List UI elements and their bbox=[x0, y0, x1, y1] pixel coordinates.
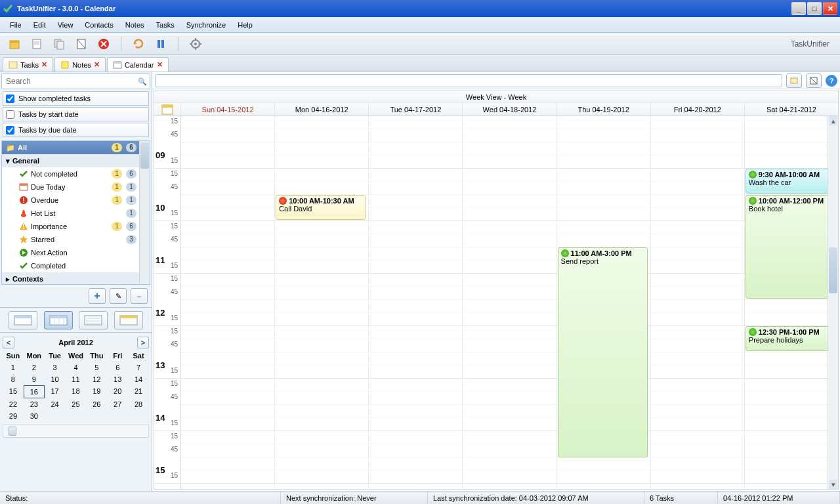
day-header[interactable]: Mon 04-16-2012 bbox=[274, 103, 368, 116]
day-header[interactable]: Sat 04-21-2012 bbox=[744, 103, 838, 116]
day-header[interactable]: Wed 04-18-2012 bbox=[462, 103, 556, 116]
mini-day[interactable]: 23 bbox=[24, 398, 45, 410]
tree-item[interactable]: Due Today 1 1 bbox=[2, 180, 150, 194]
quick-add-button[interactable] bbox=[786, 74, 802, 88]
mini-day[interactable]: 11 bbox=[66, 373, 87, 385]
next-month-button[interactable]: > bbox=[137, 337, 149, 348]
settings-button[interactable] bbox=[186, 35, 205, 53]
day-column[interactable] bbox=[462, 116, 556, 489]
calendar-event[interactable]: 10:00 AM-12:00 PMBook hotel bbox=[746, 195, 835, 299]
tree-scrollbar[interactable] bbox=[139, 141, 150, 284]
search-icon[interactable]: 🔍 bbox=[135, 74, 150, 89]
tab-calendar[interactable]: Calendar ✕ bbox=[107, 57, 169, 72]
search-input[interactable] bbox=[2, 74, 135, 89]
view-week-button[interactable] bbox=[44, 311, 73, 329]
scroll-thumb[interactable] bbox=[829, 247, 837, 293]
delete-filter-button[interactable]: – bbox=[131, 288, 148, 304]
tab-tasks[interactable]: Tasks ✕ bbox=[3, 57, 53, 72]
mini-day[interactable]: 4 bbox=[66, 362, 87, 373]
mini-day[interactable]: 20 bbox=[107, 385, 128, 398]
mini-day[interactable]: 2 bbox=[24, 362, 45, 373]
mini-day[interactable]: 27 bbox=[107, 398, 128, 410]
day-header[interactable]: Sun 04-15-2012 bbox=[180, 103, 274, 116]
mini-day[interactable]: 19 bbox=[86, 385, 107, 398]
tree-item[interactable]: Next Action bbox=[2, 246, 150, 259]
mini-day[interactable]: 1 bbox=[3, 362, 24, 373]
filter-show-completed[interactable]: Show completed tasks bbox=[3, 91, 149, 106]
mini-day[interactable]: 24 bbox=[45, 398, 66, 410]
edit-filter-button[interactable]: ✎ bbox=[110, 288, 127, 304]
scroll-up-icon[interactable]: ▴ bbox=[829, 116, 837, 125]
view-month-button[interactable] bbox=[114, 311, 143, 329]
tree-item[interactable]: Completed bbox=[2, 259, 150, 272]
mini-day[interactable]: 3 bbox=[45, 362, 66, 373]
menu-notes[interactable]: Notes bbox=[119, 18, 150, 32]
menu-tasks[interactable]: Tasks bbox=[150, 18, 180, 32]
menu-synchronize[interactable]: Synchronize bbox=[180, 18, 232, 32]
mini-day[interactable]: 9 bbox=[24, 373, 45, 385]
calendar-event[interactable]: 9:30 AM-10:00 AMWash the car bbox=[746, 169, 835, 194]
add-filter-button[interactable]: + bbox=[89, 288, 106, 304]
copy-button[interactable] bbox=[50, 35, 68, 53]
checkbox[interactable] bbox=[6, 126, 14, 135]
quick-add-input[interactable] bbox=[155, 74, 782, 87]
tab-close-icon[interactable]: ✕ bbox=[41, 60, 47, 69]
minimize-button[interactable]: _ bbox=[791, 2, 806, 15]
day-column[interactable] bbox=[368, 116, 462, 489]
menu-file[interactable]: File bbox=[4, 18, 28, 32]
tree-item[interactable]: Starred 3 bbox=[2, 233, 150, 246]
zoom-slider[interactable] bbox=[3, 425, 149, 438]
mini-day[interactable]: 13 bbox=[107, 373, 128, 385]
day-header[interactable]: Tue 04-17-2012 bbox=[368, 103, 462, 116]
mini-day[interactable]: 25 bbox=[66, 398, 87, 410]
view-list-button[interactable] bbox=[79, 311, 108, 329]
mini-day[interactable]: 30 bbox=[24, 410, 45, 422]
mini-day[interactable]: 17 bbox=[45, 385, 66, 398]
maximize-button[interactable]: □ bbox=[807, 2, 822, 15]
paste-button[interactable] bbox=[72, 35, 91, 53]
mini-day[interactable]: 29 bbox=[3, 410, 24, 422]
mini-day[interactable]: 14 bbox=[128, 373, 149, 385]
help-icon[interactable]: ? bbox=[826, 75, 837, 87]
day-column[interactable] bbox=[274, 116, 368, 489]
scroll-down-icon[interactable]: ▾ bbox=[829, 480, 837, 489]
sync-button[interactable] bbox=[129, 35, 148, 53]
tab-notes[interactable]: Notes ✕ bbox=[54, 57, 106, 72]
calendar-event[interactable]: 12:30 PM-1:00 PMPrepare holidays bbox=[746, 326, 835, 351]
day-column[interactable] bbox=[180, 116, 274, 489]
calendar-body[interactable]: 1545091515451015154511151545121515451315… bbox=[154, 116, 838, 489]
filter-by-start[interactable]: Tasks by start date bbox=[3, 107, 149, 121]
calendar-event[interactable]: 11:00 AM-3:00 PMSend report bbox=[558, 247, 648, 457]
day-column[interactable] bbox=[650, 116, 744, 489]
new-note-button[interactable] bbox=[28, 35, 46, 53]
mini-day[interactable]: 15 bbox=[3, 385, 24, 398]
checkbox[interactable] bbox=[6, 94, 14, 103]
tab-close-icon[interactable]: ✕ bbox=[157, 60, 163, 69]
tree-contexts[interactable]: ▸ Contexts bbox=[2, 272, 150, 285]
calendar-event[interactable]: 10:00 AM-10:30 AMCall David bbox=[276, 195, 366, 220]
close-button[interactable]: ✕ bbox=[823, 2, 837, 15]
menu-contacts[interactable]: Contacts bbox=[79, 18, 119, 32]
day-header[interactable]: Thu 04-19-2012 bbox=[556, 103, 650, 116]
menu-view[interactable]: View bbox=[52, 18, 79, 32]
new-task-button[interactable] bbox=[5, 35, 24, 53]
pause-button[interactable] bbox=[152, 35, 170, 53]
menu-edit[interactable]: Edit bbox=[28, 18, 52, 32]
calendar-scrollbar[interactable]: ▴ ▾ bbox=[828, 116, 838, 489]
view-day-button[interactable] bbox=[9, 311, 37, 329]
day-header[interactable]: Fri 04-20-2012 bbox=[650, 103, 744, 116]
tree-all[interactable]: 📁 All 1 6 bbox=[2, 141, 150, 154]
mini-day[interactable]: 21 bbox=[128, 385, 149, 398]
mini-day[interactable]: 7 bbox=[128, 362, 149, 373]
tree-general[interactable]: ▾ General bbox=[2, 154, 150, 167]
tab-close-icon[interactable]: ✕ bbox=[94, 60, 100, 69]
mini-day[interactable]: 18 bbox=[66, 385, 87, 398]
mini-day[interactable]: 22 bbox=[3, 398, 24, 410]
mini-day[interactable]: 16 bbox=[24, 385, 45, 398]
tree-item[interactable]: Not completed 1 6 bbox=[2, 167, 150, 180]
tree-item[interactable]: Hot List 1 bbox=[2, 207, 150, 220]
today-button[interactable] bbox=[806, 74, 822, 88]
mini-day[interactable]: 26 bbox=[86, 398, 107, 410]
filter-by-due[interactable]: Tasks by due date bbox=[3, 123, 149, 137]
mini-day[interactable]: 10 bbox=[45, 373, 66, 385]
